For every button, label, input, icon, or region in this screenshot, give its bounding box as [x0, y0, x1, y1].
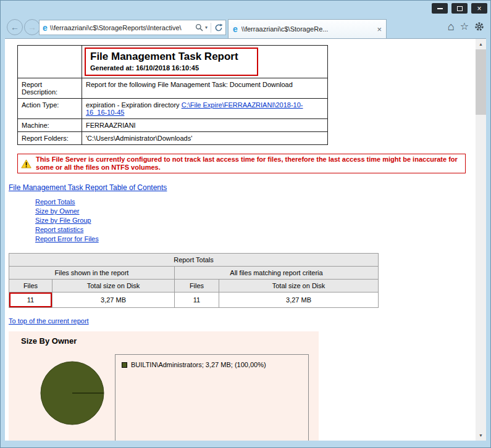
- pie-chart: [38, 359, 107, 428]
- totals-col-header: Files: [9, 280, 52, 292]
- totals-group-header-shown: Files shown in the report: [9, 267, 175, 280]
- warning-icon: [21, 158, 31, 170]
- warning-text: This File Server is currently configured…: [36, 156, 460, 172]
- favorites-star-icon[interactable]: ☆: [460, 22, 469, 31]
- totals-size-shown: 3,27 MB: [52, 292, 175, 308]
- report-label-cell: Machine:: [18, 119, 82, 132]
- home-icon[interactable]: ⌂: [448, 21, 455, 32]
- close-button[interactable]: ×: [471, 3, 487, 14]
- toc-link-report-totals[interactable]: Report Totals: [35, 197, 476, 207]
- address-url[interactable]: \\ferraazriani\c$\StorageReports\Interac…: [50, 24, 193, 31]
- close-icon: ×: [477, 5, 481, 12]
- minimize-icon: [437, 8, 443, 9]
- size-by-owner-section: Size By Owner BUILTIN\Administrators; 3,…: [9, 331, 319, 441]
- report-value-cell: expiration - Expiration directory C:\Fil…: [82, 99, 328, 119]
- totals-files-all: 11: [175, 292, 219, 308]
- report-totals-table: Report Totals Files shown in the report …: [9, 253, 379, 308]
- toc-link-report-error-for-files[interactable]: Report Error for Files: [35, 234, 476, 244]
- report-page: File Management Task Report Generated at…: [5, 39, 476, 441]
- minimize-button[interactable]: [432, 3, 448, 14]
- totals-col-header: Files: [175, 280, 219, 292]
- tab-close-icon[interactable]: ×: [377, 25, 382, 33]
- tab-title: \\ferraazriani\c$\StorageRe...: [241, 25, 374, 33]
- maximize-button[interactable]: [451, 3, 468, 14]
- legend-label: BUILTIN\Administrators; 3,27 MB; (100,00…: [131, 361, 266, 368]
- legend-swatch: [122, 362, 127, 368]
- table-row: Files shown in the report All files matc…: [9, 267, 379, 280]
- to-top-link[interactable]: To top of the current report: [9, 317, 89, 325]
- report-label-cell: Action Type:: [18, 99, 82, 119]
- report-value-cell: Report for the following File Management…: [82, 78, 328, 99]
- refresh-icon[interactable]: [214, 23, 223, 32]
- toc-heading: File Management Task Report Table of Con…: [9, 183, 476, 192]
- forward-button[interactable]: →: [24, 19, 40, 35]
- toc-links: Report Totals Size by Owner Size by File…: [35, 197, 476, 244]
- table-row: Files Total size on Disk Files Total siz…: [9, 280, 379, 292]
- warning-banner: This File Server is currently configured…: [17, 154, 466, 173]
- address-divider: [211, 23, 211, 33]
- caption-buttons: ×: [432, 3, 487, 14]
- title-bar: ×: [0, 0, 491, 17]
- report-value-cell: 'C:\Users\Administrator\Downloads': [82, 132, 328, 145]
- totals-group-header-all: All files matching report criteria: [175, 267, 379, 280]
- scrollbar-thumb[interactable]: [476, 49, 486, 115]
- toc-link-report-statistics[interactable]: Report statistics: [35, 225, 476, 234]
- page-viewport: File Management Task Report Generated at…: [5, 38, 486, 441]
- table-row: Action Type: expiration - Expiration dir…: [18, 99, 328, 119]
- report-value-cell: FERRAAZRIANI: [82, 119, 328, 132]
- table-row: Report Folders: 'C:\Users\Administrator\…: [18, 132, 328, 145]
- totals-col-header: Total size on Disk: [52, 280, 175, 292]
- scroll-down-icon[interactable]: ▼: [476, 430, 486, 441]
- totals-size-all: 3,27 MB: [219, 292, 379, 308]
- address-bar[interactable]: e \\ferraazriani\c$\StorageReports\Inter…: [39, 20, 226, 35]
- report-title: File Management Task Report: [90, 51, 238, 63]
- table-row: Report Description: Report for the follo…: [18, 78, 328, 99]
- scroll-up-icon[interactable]: ▲: [476, 39, 486, 49]
- report-header-table: File Management Task Report Generated at…: [17, 45, 328, 145]
- table-row: Machine: FERRAAZRIANI: [18, 119, 328, 132]
- to-top-container: To top of the current report: [9, 317, 476, 325]
- back-button[interactable]: ←: [7, 19, 23, 35]
- report-generated-at: Generated at: 16/10/2018 16:10:45: [90, 64, 238, 72]
- toc-link-size-by-owner[interactable]: Size by Owner: [35, 207, 476, 216]
- totals-files-shown-annotated: 11: [9, 292, 52, 308]
- back-arrow-icon: ←: [10, 22, 19, 32]
- report-label-cell: [18, 46, 82, 78]
- toc-title-link[interactable]: File Management Task Report Table of Con…: [9, 183, 167, 192]
- chart-legend: BUILTIN\Administrators; 3,27 MB; (100,00…: [115, 354, 309, 441]
- table-row: 11 3,27 MB 11 3,27 MB: [9, 292, 379, 308]
- totals-col-header: Total size on Disk: [219, 280, 379, 292]
- chevron-down-icon[interactable]: ▾: [205, 25, 208, 30]
- address-bar-icons: ▾: [195, 23, 223, 33]
- report-label-cell: Report Description:: [18, 78, 82, 99]
- settings-gear-icon[interactable]: [474, 22, 484, 31]
- browser-tab[interactable]: e \\ferraazriani\c$\StorageRe... ×: [228, 19, 387, 38]
- vertical-scrollbar[interactable]: ▲ ▼: [476, 39, 486, 441]
- table-row: File Management Task Report Generated at…: [18, 46, 328, 78]
- ie-page-icon: e: [43, 23, 48, 32]
- report-title-cell: File Management Task Report Generated at…: [82, 46, 328, 78]
- tab-favicon-icon: e: [233, 25, 238, 33]
- toc-link-size-by-file-group[interactable]: Size by File Group: [35, 216, 476, 225]
- maximize-icon: [457, 6, 463, 11]
- size-by-owner-title: Size By Owner: [21, 336, 77, 346]
- legend-item: BUILTIN\Administrators; 3,27 MB; (100,00…: [122, 361, 308, 368]
- navigation-bar: ← → e \\ferraazriani\c$\StorageReports\I…: [0, 17, 491, 38]
- action-type-text: expiration - Expiration directory: [86, 101, 182, 109]
- browser-action-icons: ⌂ ☆: [448, 21, 484, 32]
- forward-arrow-icon: →: [28, 22, 36, 32]
- totals-title: Report Totals: [9, 254, 379, 267]
- search-icon[interactable]: [195, 23, 203, 31]
- browser-window: × ← → e \\ferraazriani\c$\StorageReports…: [0, 0, 491, 448]
- table-row: Report Totals: [9, 254, 379, 267]
- annotation-box-title: File Management Task Report Generated at…: [85, 48, 258, 76]
- report-label-cell: Report Folders:: [18, 132, 82, 145]
